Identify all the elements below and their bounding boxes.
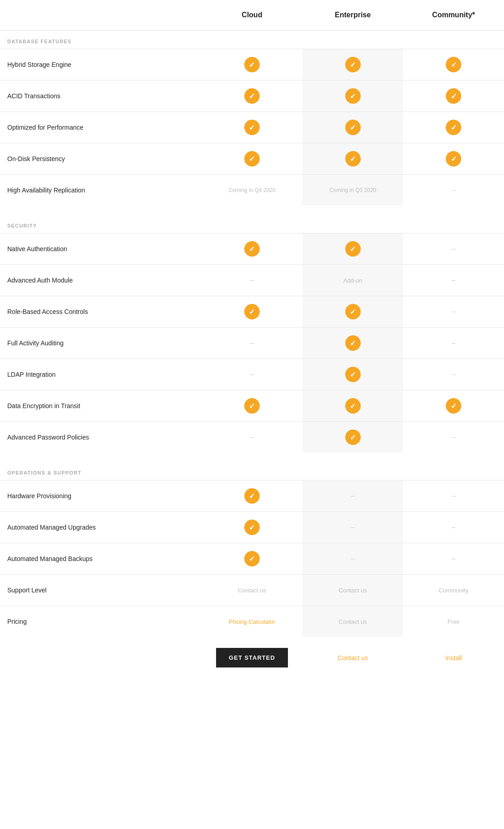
feature-cell-community: –: [403, 480, 504, 511]
cta-community[interactable]: Install: [403, 654, 504, 662]
feature-cell-community: –: [403, 296, 504, 327]
feature-cell-cloud: [202, 81, 302, 111]
comparison-table: Cloud Enterprise Community* DATABASE FEA…: [0, 0, 504, 682]
feature-cell-enterprise: [302, 49, 403, 80]
table-header: Cloud Enterprise Community*: [0, 0, 504, 30]
section-divider: [0, 453, 504, 462]
install-link[interactable]: Install: [445, 654, 462, 662]
check-icon: [244, 151, 260, 167]
check-icon: [345, 241, 361, 257]
header-community: Community*: [403, 7, 504, 23]
feature-cell-cloud: –: [202, 328, 302, 359]
table-row: Full Activity Auditing – –: [0, 327, 504, 359]
feature-cell-enterprise: –: [302, 543, 403, 574]
dash-icon: –: [250, 370, 254, 379]
section-label-database: DATABASE FEATURES: [7, 39, 203, 44]
dash-icon: –: [250, 339, 254, 347]
feature-cell-community: –: [403, 359, 504, 390]
feature-cell-community: [403, 143, 504, 174]
section-security: SECURITY: [0, 215, 504, 233]
check-icon: [345, 367, 361, 382]
feature-name: Advanced Password Policies: [0, 426, 202, 448]
cta-cloud[interactable]: GET STARTED: [202, 648, 302, 667]
feature-name: Automated Managed Upgrades: [0, 516, 202, 538]
section-database-features: DATABASE FEATURES: [0, 30, 504, 49]
get-started-button[interactable]: GET STARTED: [216, 648, 288, 667]
feature-cell-community: –: [403, 422, 504, 453]
check-icon: [345, 88, 361, 104]
header-enterprise: Enterprise: [302, 7, 403, 23]
check-icon: [345, 304, 361, 319]
feature-cell-enterprise: [302, 422, 403, 453]
contact-text: Contact us: [238, 587, 266, 594]
feature-cell-cloud: [202, 233, 302, 264]
feature-cell-enterprise: –: [302, 512, 403, 543]
feature-cell-community: Free: [403, 606, 504, 637]
feature-cell-cloud: [202, 49, 302, 80]
table-row: LDAP Integration – –: [0, 359, 504, 390]
feature-name: Role-Based Access Controls: [0, 301, 202, 323]
check-icon: [244, 241, 260, 257]
feature-cell-community: Community: [403, 575, 504, 606]
feature-cell-enterprise: [302, 81, 403, 111]
table-row: High Availability Replication Coming in …: [0, 174, 504, 206]
feature-name: Hybrid Storage Engine: [0, 54, 202, 76]
contact-text: Contact us: [339, 587, 367, 594]
feature-cell-cloud[interactable]: Pricing Calculator: [202, 606, 302, 637]
feature-name: Automated Managed Backups: [0, 548, 202, 570]
feature-name: Optimized for Performance: [0, 116, 202, 138]
check-icon: [244, 304, 260, 319]
feature-cell-enterprise: [302, 359, 403, 390]
table-row: Hybrid Storage Engine: [0, 49, 504, 80]
check-icon: [345, 120, 361, 135]
dash-icon: –: [250, 276, 254, 284]
header-feature-col: [0, 7, 202, 23]
feature-cell-community: [403, 81, 504, 111]
dash-icon: –: [250, 433, 254, 441]
table-row: Role-Based Access Controls –: [0, 296, 504, 327]
feature-cell-community: –: [403, 265, 504, 296]
check-icon: [446, 151, 461, 167]
check-icon: [345, 57, 361, 72]
dash-icon: –: [452, 186, 456, 194]
feature-cell-community: –: [403, 175, 504, 206]
feature-name: ACID Transactions: [0, 85, 202, 107]
section-label-security: SECURITY: [7, 223, 203, 228]
table-row: Automated Managed Backups – –: [0, 543, 504, 574]
feature-cell-cloud: [202, 480, 302, 511]
feature-cell-community: –: [403, 233, 504, 264]
header-cloud: Cloud: [202, 7, 302, 23]
dash-icon: –: [452, 555, 456, 563]
dash-icon: –: [452, 276, 456, 284]
check-icon: [345, 151, 361, 167]
dash-icon: –: [452, 308, 456, 316]
addon-text: Add-on: [343, 277, 363, 284]
feature-name: Pricing: [0, 611, 202, 632]
coming-text: Coming in Q4 2020: [228, 187, 275, 193]
check-icon: [446, 398, 461, 414]
feature-cell-cloud: [202, 543, 302, 574]
dash-icon: –: [452, 492, 456, 500]
feature-cell-enterprise: [302, 390, 403, 421]
feature-cell-community: –: [403, 512, 504, 543]
cta-enterprise[interactable]: Contact us: [302, 654, 403, 662]
table-row: Data Encryption in Transit: [0, 390, 504, 421]
feature-name: Native Authentication: [0, 238, 202, 260]
community-text: Community: [438, 587, 469, 594]
check-icon: [244, 398, 260, 414]
table-row: Advanced Auth Module – Add-on –: [0, 264, 504, 296]
feature-cell-enterprise: [302, 143, 403, 174]
section-divider: [0, 206, 504, 215]
check-icon: [446, 120, 461, 135]
check-icon: [244, 88, 260, 104]
feature-cell-cloud: [202, 296, 302, 327]
table-row: Hardware Provisioning – –: [0, 480, 504, 511]
contact-us-link[interactable]: Contact us: [338, 654, 368, 662]
feature-cell-cloud: –: [202, 359, 302, 390]
feature-cell-cloud: [202, 143, 302, 174]
dash-icon: –: [351, 492, 355, 500]
pricing-calculator-link[interactable]: Pricing Calculator: [229, 618, 275, 625]
feature-cell-enterprise: Contact us: [302, 606, 403, 637]
section-label-operations: OPERATIONS & SUPPORT: [7, 470, 203, 475]
check-icon: [446, 57, 461, 72]
